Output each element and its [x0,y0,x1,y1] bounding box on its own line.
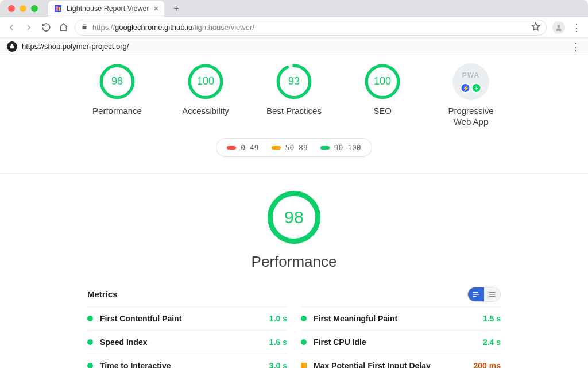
gauge-best-practices-ring: 93 [276,63,312,100]
tab-favicon-icon [54,5,62,13]
browser-menu-button[interactable]: ⋮ [571,21,582,34]
metric-value: 1.6 s [269,338,287,347]
metric-row: First CPU Idle2.4 s [301,330,501,354]
metric-row: Max Potential First Input Delay200 ms [301,354,501,369]
gauge-performance-ring: 98 [99,63,136,100]
window-close-button[interactable] [8,5,15,12]
new-tab-button[interactable]: + [170,2,183,15]
gauge-accessibility-ring: 100 [187,63,224,100]
gauge-accessibility-label: Accessibility [174,106,237,117]
svg-rect-22 [489,292,496,292]
svg-rect-20 [473,294,479,294]
metric-value: 200 ms [474,361,501,369]
score-legend: 0–49 50–89 90–100 [216,138,372,157]
svg-text:93: 93 [288,75,300,87]
performance-big-gauge-ring: 98 [266,190,322,245]
browser-tab[interactable]: Lighthouse Report Viewer × [48,1,164,17]
metric-name: Max Potential First Input Delay [314,361,431,369]
category-gauges-row: 98 Performance 100 Accessibility 93 Best… [0,63,588,128]
metrics-view-expanded-button[interactable] [468,288,484,301]
status-average-icon [301,363,307,369]
report-site-bar: https://shop.polymer-project.org/ ⋮ [0,38,588,55]
url-text: https://googlechrome.github.io/lighthous… [92,23,254,32]
status-pass-icon [87,363,93,369]
svg-rect-19 [473,292,478,292]
metric-row: First Contentful Paint1.0 s [87,306,287,330]
url-bar[interactable]: https://googlechrome.github.io/lighthous… [75,20,547,36]
site-favicon-icon [7,41,17,52]
metric-row: Time to Interactive3.0 s [87,354,287,369]
browser-toolbar: https://googlechrome.github.io/lighthous… [0,17,588,38]
status-pass-icon [87,339,93,345]
report-menu-button[interactable]: ⋮ [570,40,581,53]
legend-fail: 0–49 [227,143,258,152]
svg-text:98: 98 [111,75,123,87]
metric-name: First Meaningful Paint [314,314,397,323]
window-minimize-button[interactable] [20,5,26,12]
gauge-best-practices[interactable]: 93 Best Practices [262,63,326,128]
metric-row: Speed Index1.6 s [87,330,287,354]
audited-url: https://shop.polymer-project.org/ [22,42,129,51]
gauge-best-practices-label: Best Practices [262,106,326,117]
svg-text:100: 100 [197,75,214,87]
section-divider [0,173,588,174]
metrics-header: Metrics [87,287,501,302]
bookmark-star-icon[interactable] [531,22,540,33]
gauge-accessibility[interactable]: 100 Accessibility [174,63,237,128]
metrics-title: Metrics [87,289,118,299]
window-maximize-button[interactable] [31,5,38,12]
profile-avatar-button[interactable] [552,21,565,34]
performance-section: 98 Performance Metrics First Contentful … [87,190,501,369]
metric-name: Speed Index [100,338,147,347]
gauge-pwa-label: Progressive Web App [439,106,502,128]
metrics-grid: First Contentful Paint1.0 sFirst Meaning… [87,306,501,369]
gauge-seo-ring: 100 [364,63,401,100]
back-button[interactable] [6,22,17,33]
window-controls [0,5,46,12]
svg-rect-23 [489,294,496,294]
forward-button[interactable] [23,22,34,33]
metric-name: First Contentful Paint [100,314,181,323]
status-pass-icon [87,316,93,321]
reload-button[interactable] [40,22,52,33]
gauge-performance-label: Performance [86,106,149,117]
status-pass-icon [301,339,307,345]
home-button[interactable] [57,22,69,33]
browser-chrome: Lighthouse Report Viewer × + https://goo… [0,0,588,55]
metric-value: 1.5 s [483,314,501,323]
pwa-badge-icon: PWA ⚡ + [452,63,489,100]
svg-rect-2 [59,7,60,11]
metrics-view-toggle [467,287,501,302]
tab-title: Lighthouse Report Viewer [67,5,149,13]
svg-text:100: 100 [374,75,391,87]
svg-rect-21 [473,296,477,296]
metric-row: First Meaningful Paint1.5 s [301,306,501,330]
legend-average: 50–89 [272,143,308,152]
metric-name: Time to Interactive [100,361,171,369]
svg-rect-1 [56,6,58,11]
titlebar: Lighthouse Report Viewer × + [0,0,588,17]
metric-name: First CPU Idle [314,338,366,347]
performance-big-gauge: 98 Performance [87,190,501,271]
gauge-seo[interactable]: 100 SEO [351,63,414,128]
gauge-pwa[interactable]: PWA ⚡ + Progressive Web App [439,63,502,128]
metrics-view-compact-button[interactable] [484,288,500,301]
lighthouse-report: 98 Performance 100 Accessibility 93 Best… [0,55,588,368]
gauge-seo-label: SEO [351,106,414,117]
svg-point-3 [558,25,560,28]
legend-pass: 90–100 [320,143,361,152]
metric-value: 1.0 s [269,314,287,323]
performance-section-title: Performance [252,253,337,271]
metric-value: 2.4 s [483,338,501,347]
tab-close-button[interactable]: × [154,4,158,13]
svg-rect-24 [489,296,496,296]
svg-text:98: 98 [284,206,304,226]
status-pass-icon [301,316,307,321]
gauge-performance[interactable]: 98 Performance [86,63,149,128]
lock-icon [81,23,88,32]
metric-value: 3.0 s [269,361,287,369]
